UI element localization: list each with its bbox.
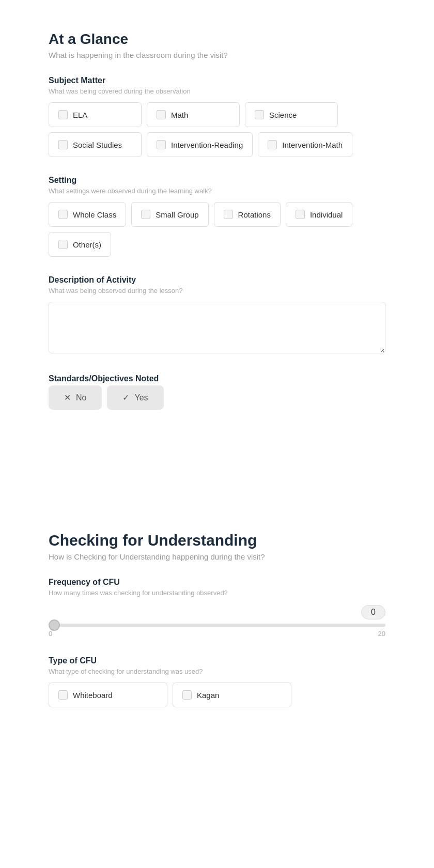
- description-group: Description of Activity What was being o…: [49, 275, 385, 355]
- type-cfu-label: Type of CFU: [49, 656, 385, 665]
- setting-rotations[interactable]: Rotations: [214, 202, 281, 227]
- label-individual: Individual: [310, 210, 343, 219]
- setting-whole-class[interactable]: Whole Class: [49, 202, 126, 227]
- page-title: At a Glance: [49, 31, 385, 48]
- setting-sublabel: What settings were observed during the l…: [49, 187, 385, 195]
- at-a-glance-section: At a Glance What is happening in the cla…: [49, 31, 385, 410]
- yes-no-group: ✕ No ✓ Yes: [49, 385, 385, 410]
- slider-container: 0 0 20: [49, 605, 385, 638]
- label-whole-class: Whole Class: [73, 210, 116, 219]
- setting-individual[interactable]: Individual: [286, 202, 352, 227]
- slider-thumb[interactable]: [49, 619, 60, 631]
- cfu-subtitle: How is Checking for Understanding happen…: [49, 552, 385, 561]
- slider-value-box: 0: [49, 605, 385, 619]
- slider-track: [49, 624, 385, 627]
- subject-intervention-math[interactable]: Intervention-Math: [258, 132, 352, 157]
- standards-group: Standards/Objectives Noted ✕ No ✓ Yes: [49, 374, 385, 410]
- checkbox-individual: [296, 210, 305, 219]
- standards-label: Standards/Objectives Noted: [49, 374, 385, 383]
- description-sublabel: What was being observed during the lesso…: [49, 287, 385, 295]
- setting-label: Setting: [49, 176, 385, 185]
- checkbox-kagan: [182, 690, 192, 700]
- label-science: Science: [269, 111, 297, 119]
- checkbox-ela: [58, 110, 68, 119]
- cfu-kagan[interactable]: Kagan: [173, 683, 291, 707]
- subject-matter-sublabel: What was being covered during the observ…: [49, 87, 385, 95]
- no-icon: ✕: [64, 393, 71, 402]
- label-ela: ELA: [73, 111, 87, 119]
- subject-ela[interactable]: ELA: [49, 102, 142, 127]
- frequency-label: Frequency of CFU: [49, 578, 385, 587]
- description-textarea[interactable]: [49, 302, 385, 353]
- subject-social-studies[interactable]: Social Studies: [49, 132, 142, 157]
- slider-labels: 0 20: [49, 630, 385, 638]
- description-label: Description of Activity: [49, 275, 385, 285]
- subject-matter-label: Subject Matter: [49, 76, 385, 85]
- label-rotations: Rotations: [238, 210, 271, 219]
- checkbox-small-group: [141, 210, 150, 219]
- setting-group: Setting What settings were observed duri…: [49, 176, 385, 257]
- frequency-sublabel: How many times was checking for understa…: [49, 589, 385, 597]
- checkbox-rotations: [224, 210, 233, 219]
- no-label: No: [76, 393, 86, 402]
- type-cfu-group: Type of CFU What type of checking for un…: [49, 656, 385, 707]
- slider-min: 0: [49, 630, 52, 638]
- checkbox-whole-class: [58, 210, 68, 219]
- cfu-title: Checking for Understanding: [49, 532, 385, 549]
- label-others: Other(s): [73, 240, 101, 249]
- checkbox-math: [157, 110, 166, 119]
- label-whiteboard: Whiteboard: [73, 691, 113, 700]
- checkbox-science: [255, 110, 264, 119]
- setting-small-group[interactable]: Small Group: [131, 202, 208, 227]
- label-small-group: Small Group: [156, 210, 198, 219]
- slider-value-display: 0: [361, 605, 385, 619]
- subject-math[interactable]: Math: [147, 102, 240, 127]
- cfu-section: Checking for Understanding How is Checki…: [49, 532, 385, 707]
- slider-max: 20: [378, 630, 385, 638]
- checkbox-intervention-math: [268, 140, 277, 149]
- yes-button[interactable]: ✓ Yes: [107, 385, 163, 410]
- yes-icon: ✓: [122, 393, 129, 402]
- subject-matter-group: Subject Matter What was being covered du…: [49, 76, 385, 157]
- checkbox-social-studies: [58, 140, 68, 149]
- no-button[interactable]: ✕ No: [49, 385, 102, 410]
- label-intervention-reading: Intervention-Reading: [171, 141, 243, 149]
- type-cfu-sublabel: What type of checking for understanding …: [49, 668, 385, 675]
- subject-intervention-reading[interactable]: Intervention-Reading: [147, 132, 253, 157]
- label-intervention-math: Intervention-Math: [282, 141, 343, 149]
- setting-others[interactable]: Other(s): [49, 232, 111, 257]
- checkbox-intervention-reading: [157, 140, 166, 149]
- frequency-group: Frequency of CFU How many times was chec…: [49, 578, 385, 638]
- checkbox-whiteboard: [58, 690, 68, 700]
- cfu-whiteboard[interactable]: Whiteboard: [49, 683, 167, 707]
- label-social-studies: Social Studies: [73, 141, 122, 149]
- cfu-type-options: Whiteboard Kagan: [49, 683, 385, 707]
- subject-science[interactable]: Science: [245, 102, 338, 127]
- subject-matter-options: ELA Math Science Social Studies Interven: [49, 102, 385, 157]
- spacer: [49, 428, 385, 532]
- page-container: At a Glance What is happening in the cla…: [0, 0, 434, 757]
- page-subtitle: What is happening in the classroom durin…: [49, 51, 385, 59]
- label-math: Math: [171, 111, 188, 119]
- checkbox-others: [58, 240, 68, 249]
- setting-options: Whole Class Small Group Rotations Indivi…: [49, 202, 385, 257]
- yes-label: Yes: [134, 393, 148, 402]
- label-kagan: Kagan: [197, 691, 219, 700]
